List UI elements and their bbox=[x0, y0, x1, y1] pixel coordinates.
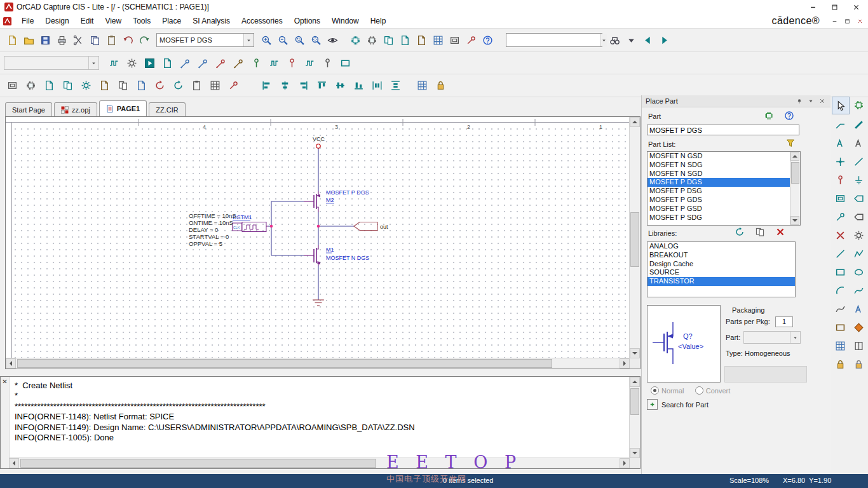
place-hierarchical-pin-icon[interactable] bbox=[832, 208, 848, 225]
help-icon[interactable] bbox=[783, 109, 796, 122]
run-pspice-icon[interactable] bbox=[141, 55, 158, 71]
part-list-item[interactable]: MOSFET P DSG bbox=[648, 187, 800, 196]
scroll-down-button[interactable] bbox=[790, 216, 799, 225]
out-port[interactable]: out bbox=[354, 222, 388, 231]
design-document-icon[interactable] bbox=[413, 32, 430, 48]
select-tool-icon[interactable] bbox=[832, 97, 850, 114]
wires[interactable] bbox=[268, 148, 354, 300]
place-polyline-icon[interactable] bbox=[850, 245, 867, 262]
scroll-up-button[interactable] bbox=[790, 152, 799, 161]
edit-simulation-profile-icon[interactable] bbox=[123, 55, 140, 71]
lock-position-icon[interactable] bbox=[832, 356, 848, 372]
bias-voltage-toggle-icon[interactable] bbox=[266, 55, 282, 71]
chevron-down-icon[interactable] bbox=[243, 34, 254, 46]
place-arc-icon[interactable] bbox=[832, 282, 848, 299]
mdi-minimize-button[interactable] bbox=[829, 16, 840, 26]
place-hierarchical-port-icon[interactable] bbox=[850, 190, 867, 207]
place-rectangle-icon[interactable] bbox=[832, 264, 848, 280]
out-port-label[interactable]: out bbox=[380, 224, 388, 230]
m1-transistor[interactable] bbox=[304, 245, 320, 266]
part-list-item[interactable]: MOSFET P GDS bbox=[648, 196, 800, 205]
zoom-all-icon[interactable] bbox=[308, 32, 324, 48]
menu-file[interactable]: File bbox=[16, 17, 39, 25]
close-panel-icon[interactable] bbox=[818, 97, 827, 105]
redo-icon[interactable] bbox=[136, 32, 153, 48]
place-net-group-icon[interactable] bbox=[850, 135, 867, 151]
voltage-differential-marker-icon[interactable] bbox=[194, 55, 211, 71]
menu-tools[interactable]: Tools bbox=[127, 17, 156, 25]
design-rules-check-icon[interactable] bbox=[78, 78, 94, 93]
minimize-button[interactable] bbox=[802, 1, 824, 13]
snap-to-grid-tool-icon[interactable] bbox=[832, 337, 848, 354]
mdi-restore-button[interactable] bbox=[841, 16, 853, 26]
library-list-item[interactable]: Design Cache bbox=[648, 260, 795, 269]
find-options-caret-icon[interactable] bbox=[623, 32, 639, 48]
library-list-item[interactable]: SOURCE bbox=[648, 268, 795, 277]
scroll-right-button[interactable] bbox=[620, 358, 630, 369]
back-annotate-icon[interactable] bbox=[59, 78, 76, 93]
mdi-close-button[interactable] bbox=[854, 16, 865, 26]
new-document-icon[interactable] bbox=[4, 32, 20, 48]
place-text-icon[interactable] bbox=[850, 301, 867, 317]
view-simulation-results-icon[interactable] bbox=[105, 55, 122, 71]
lock-icon[interactable] bbox=[432, 78, 449, 93]
place-hierarchical-block-icon[interactable] bbox=[832, 190, 848, 207]
library-list-item[interactable]: ANALOG bbox=[648, 242, 795, 251]
place-bezier-icon[interactable] bbox=[832, 301, 848, 317]
place-line-icon[interactable] bbox=[832, 245, 848, 262]
library-list-item[interactable]: BREAKOUT bbox=[648, 251, 795, 260]
schematic-sheet[interactable]: 4 3 2 1 VCC bbox=[6, 117, 630, 358]
previous-page-icon[interactable] bbox=[639, 32, 656, 48]
normal-radio[interactable] bbox=[651, 386, 659, 395]
expand-search-button[interactable] bbox=[647, 399, 658, 410]
vcc-symbol[interactable]: VCC bbox=[313, 136, 325, 148]
ground-symbol[interactable] bbox=[313, 300, 324, 306]
bill-of-materials-icon[interactable] bbox=[133, 78, 149, 93]
unlock-position-icon[interactable] bbox=[850, 356, 867, 372]
search-combo[interactable] bbox=[506, 33, 602, 47]
menu-options[interactable]: Options bbox=[288, 17, 326, 25]
junction-dot[interactable] bbox=[270, 225, 273, 228]
menu-help[interactable]: Help bbox=[365, 17, 392, 25]
distribute-horizontal-icon[interactable] bbox=[369, 78, 385, 93]
menu-place[interactable]: Place bbox=[156, 17, 187, 25]
schematic-drawing[interactable]: 4 3 2 1 VCC bbox=[6, 117, 630, 358]
tab-page1[interactable]: PAGE1 bbox=[99, 100, 147, 116]
highlight-icon[interactable] bbox=[225, 78, 241, 93]
part-list-item[interactable]: MOSFET N SDG bbox=[648, 161, 800, 170]
power-marker-icon[interactable] bbox=[230, 55, 247, 71]
voltage-marker-icon[interactable] bbox=[177, 55, 193, 71]
gate-swap-icon[interactable] bbox=[151, 78, 168, 93]
place-elliptical-arc-icon[interactable] bbox=[850, 282, 867, 299]
annotate-icon[interactable] bbox=[41, 78, 57, 93]
simulation-profile-combo[interactable] bbox=[4, 56, 99, 70]
place-bus-entry-icon[interactable] bbox=[850, 153, 867, 170]
scroll-up-button[interactable] bbox=[630, 377, 640, 387]
probe-icon[interactable] bbox=[463, 32, 479, 48]
eye-icon[interactable] bbox=[324, 32, 341, 48]
stop-simulation-icon[interactable] bbox=[337, 55, 353, 71]
remove-library-icon[interactable] bbox=[774, 226, 787, 238]
scroll-thumb[interactable] bbox=[791, 162, 799, 184]
place-part-header[interactable]: Place Part bbox=[642, 95, 831, 107]
paste-icon[interactable] bbox=[103, 32, 119, 48]
documentation-icon[interactable] bbox=[850, 337, 867, 354]
place-power-icon[interactable] bbox=[832, 172, 848, 188]
hierarchy-icon[interactable] bbox=[446, 32, 463, 48]
current-marker-icon[interactable] bbox=[212, 55, 229, 71]
create-netlist-icon[interactable] bbox=[96, 78, 112, 93]
scroll-left-button[interactable] bbox=[6, 358, 16, 369]
add-part-icon[interactable] bbox=[763, 109, 775, 122]
open-document-icon[interactable] bbox=[20, 32, 37, 48]
m1-value-label[interactable]: MOSFET N DGS bbox=[326, 255, 369, 261]
part-select-combo[interactable]: MOSFET P DGS bbox=[156, 33, 254, 47]
align-center-icon[interactable] bbox=[276, 78, 293, 93]
zoom-in-icon[interactable] bbox=[258, 32, 275, 48]
align-left-icon[interactable] bbox=[258, 78, 275, 93]
zoom-region-icon[interactable] bbox=[291, 32, 308, 48]
menu-si-analysis[interactable]: SI Analysis bbox=[187, 17, 236, 25]
schematic-page-window[interactable]: 4 3 2 1 VCC bbox=[5, 116, 641, 369]
place-image-icon[interactable] bbox=[832, 319, 848, 336]
m2-transistor[interactable] bbox=[304, 191, 320, 212]
undo-icon[interactable] bbox=[119, 32, 136, 48]
